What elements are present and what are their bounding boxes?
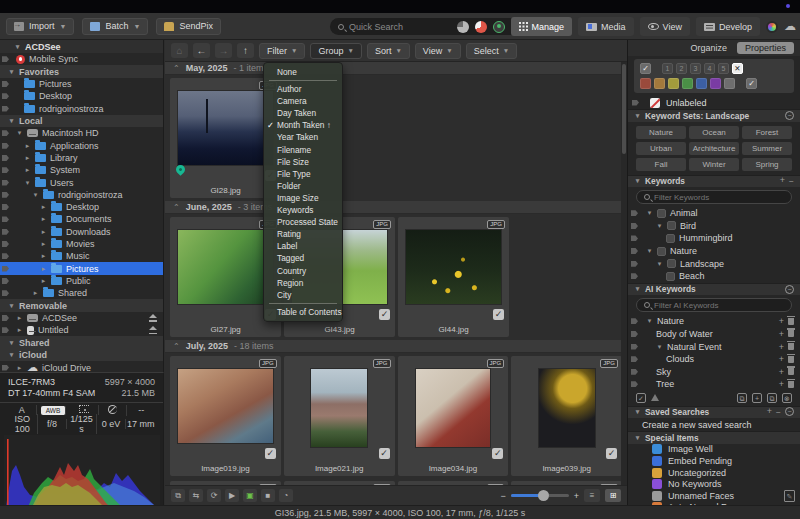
select-checkbox[interactable]: ✓ [606,448,617,459]
chevron-right-icon[interactable]: ▸ [16,314,23,322]
keyword-chip-forest[interactable]: Forest [742,126,792,139]
add-icon[interactable]: + [779,343,784,351]
sidebar-item-acdsee-volume[interactable]: ▸ACDSee [0,312,163,324]
sidebar-item-documents[interactable]: ▸Documents [0,213,163,225]
chevron-down-icon[interactable]: ▾ [8,351,15,359]
select-dropdown[interactable]: Select▼ [466,43,517,59]
zoom-slider[interactable] [511,494,569,497]
sidebar-item-icloud-drive[interactable]: ▸☁iCloud Drive [0,361,163,372]
chevron-down-icon[interactable]: ▾ [16,129,23,137]
keywords-header[interactable]: ▾Keywords+− [628,175,800,188]
sidebar-item-movies[interactable]: ▸Movies [0,238,163,250]
chevron-right-icon[interactable]: ▸ [40,265,47,273]
menu-item-keywords[interactable]: Keywords [264,204,342,216]
sidebar-item-music[interactable]: ▸Music [0,250,163,262]
keyword-chip-fall[interactable]: Fall [636,158,686,171]
ai-keyword-nature[interactable]: ▾Nature+ [628,315,800,328]
home-button[interactable]: ⌂ [171,43,188,58]
sidebar-item-pictures-fav[interactable]: Pictures [0,78,163,90]
tab-manage[interactable]: Manage [511,17,573,36]
copy-keywords-button[interactable]: ⧉ [737,393,747,403]
zoom-out-button[interactable]: − [500,491,505,501]
tab-view[interactable]: View [640,17,690,36]
chevron-down-icon[interactable]: ▾ [634,285,641,293]
add-icon[interactable]: + [779,368,784,376]
add-icon[interactable]: + [779,355,784,363]
keyword-checkbox[interactable] [667,259,676,268]
trash-icon[interactable] [788,356,794,363]
menu-item-region[interactable]: Region [264,277,342,289]
keyword-chip-ocean[interactable]: Ocean [689,126,739,139]
menu-item-tagged[interactable]: Tagged [264,252,342,264]
keyword-chip-summer[interactable]: Summer [742,142,792,155]
up-button[interactable]: ↑ [237,43,254,58]
chevron-down-icon[interactable]: ▾ [634,177,641,185]
remove-search-button[interactable]: − [776,407,781,417]
menu-item-rating[interactable]: Rating [264,228,342,240]
sidebar-item-mobile-sync[interactable]: Mobile Sync [0,53,163,65]
special-item-uncategorized[interactable]: Uncategorized [628,467,800,479]
remove-keyword-button[interactable]: − [789,176,794,186]
menu-item-table-of-contents[interactable]: Table of Contents [264,306,342,318]
account-icon[interactable] [493,21,505,33]
menu-item-filename[interactable]: Filename [264,144,342,156]
chevron-right-icon[interactable]: ▸ [40,228,47,236]
sidebar-section-shared[interactable]: ▾Shared [0,336,163,349]
chevron-down-icon[interactable]: ▾ [634,434,641,442]
add-icon[interactable]: + [779,380,784,388]
sidebar-section-removable[interactable]: ▾Removable [0,299,163,312]
embed-metadata-icon[interactable]: ✎ [784,490,795,502]
special-item-embed-pending[interactable]: Embed Pending [628,455,800,467]
grid-view-button[interactable]: ⊞ [605,489,621,502]
ai-keyword-filter[interactable] [636,298,792,312]
chevron-down-icon[interactable]: ▾ [8,68,15,76]
menu-item-processed-state[interactable]: Processed State [264,216,342,228]
clear-all-button[interactable]: ⊗ [782,393,792,403]
sidebar-root-acdsee[interactable]: ▾ACDSee [0,40,163,53]
menu-item-label[interactable]: Label [264,240,342,252]
keyword-chip-architecture[interactable]: Architecture [689,142,739,155]
label-checkbox[interactable]: ✓ [746,78,757,89]
chevron-down-icon[interactable]: ▾ [656,343,663,351]
photo-card-gi44[interactable]: JPG ✓ GI44.jpg [398,217,509,337]
sidebar-item-desktop-fav[interactable]: Desktop [0,90,163,102]
sidebar-item-library[interactable]: ▸Library [0,152,163,164]
sidebar-item-users[interactable]: ▾Users [0,176,163,188]
label-swatch-orange[interactable] [654,78,665,89]
chevron-down-icon[interactable]: ▾ [656,260,663,268]
slideshow-button[interactable]: ▶ [225,489,239,502]
keyword-chip-nature[interactable]: Nature [636,126,686,139]
keyword-hummingbird[interactable]: Hummingbird [628,232,800,245]
keyword-checkbox[interactable] [666,272,675,281]
scrollbar-thumb[interactable] [622,64,626,154]
photo-thumbnail[interactable] [310,368,368,448]
menu-item-month-taken[interactable]: ✓Month Taken ↑ [264,119,342,131]
chevron-down-icon[interactable]: ▾ [8,302,15,310]
add-keyword-button[interactable]: + [780,176,785,186]
compare-button[interactable]: ■ [261,489,275,502]
select-checkbox[interactable]: ✓ [493,309,504,320]
chevron-down-icon[interactable]: ▾ [646,317,653,325]
label-swatch-yellow[interactable] [668,78,679,89]
chevron-right-icon[interactable]: ▸ [16,326,23,334]
menu-item-city[interactable]: City [264,289,342,301]
special-item-no-keywords[interactable]: No Keywords [628,478,800,490]
rotate-button[interactable]: ⟳ [207,489,221,502]
ai-keyword-clouds[interactable]: Clouds+ [628,353,800,366]
keyword-checkbox[interactable] [667,221,676,230]
filter-dropdown[interactable]: Filter▼ [259,43,305,59]
color-wheel-icon[interactable] [766,21,778,33]
sidebar-item-public[interactable]: ▸Public [0,275,163,287]
chevron-right-icon[interactable]: ▸ [16,364,23,372]
chevron-right-icon[interactable]: ▸ [24,166,31,174]
chevron-down-icon[interactable]: ▾ [634,112,641,120]
collapse-circle-icon[interactable]: − [785,111,794,120]
chevron-right-icon[interactable]: ▸ [40,203,47,211]
trash-icon[interactable] [788,368,794,375]
group-dropdown[interactable]: Group▼ [310,43,361,59]
sidebar-section-icloud[interactable]: ▾iCloud [0,349,163,362]
menu-item-none[interactable]: None [264,66,342,78]
photo-thumbnail[interactable] [405,229,502,305]
menu-item-file-size[interactable]: File Size [264,156,342,168]
special-items-header[interactable]: ▾Special Items [628,431,800,444]
